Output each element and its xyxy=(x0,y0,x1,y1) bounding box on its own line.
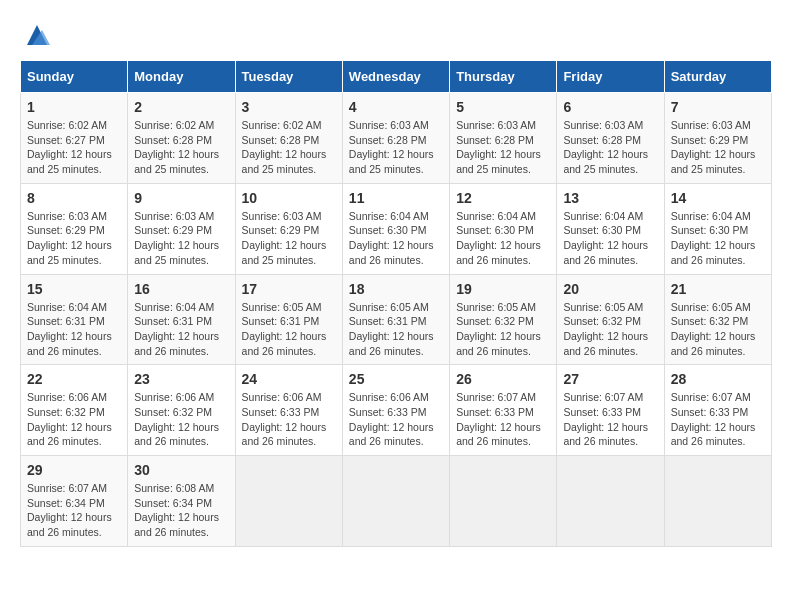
day-info: Sunrise: 6:03 AMSunset: 6:28 PMDaylight:… xyxy=(456,118,550,177)
day-info: Sunrise: 6:04 AMSunset: 6:30 PMDaylight:… xyxy=(456,209,550,268)
calendar-cell: 9Sunrise: 6:03 AMSunset: 6:29 PMDaylight… xyxy=(128,183,235,274)
day-info: Sunrise: 6:07 AMSunset: 6:33 PMDaylight:… xyxy=(671,390,765,449)
day-info: Sunrise: 6:05 AMSunset: 6:32 PMDaylight:… xyxy=(563,300,657,359)
day-info: Sunrise: 6:05 AMSunset: 6:31 PMDaylight:… xyxy=(242,300,336,359)
day-info: Sunrise: 6:05 AMSunset: 6:32 PMDaylight:… xyxy=(671,300,765,359)
calendar-cell xyxy=(450,456,557,547)
day-info: Sunrise: 6:06 AMSunset: 6:32 PMDaylight:… xyxy=(27,390,121,449)
day-number: 30 xyxy=(134,462,228,478)
day-info: Sunrise: 6:07 AMSunset: 6:34 PMDaylight:… xyxy=(27,481,121,540)
calendar-cell: 2Sunrise: 6:02 AMSunset: 6:28 PMDaylight… xyxy=(128,93,235,184)
calendar-cell: 13Sunrise: 6:04 AMSunset: 6:30 PMDayligh… xyxy=(557,183,664,274)
day-number: 13 xyxy=(563,190,657,206)
day-number: 1 xyxy=(27,99,121,115)
calendar-week-1: 1Sunrise: 6:02 AMSunset: 6:27 PMDaylight… xyxy=(21,93,772,184)
header-saturday: Saturday xyxy=(664,61,771,93)
calendar-week-2: 8Sunrise: 6:03 AMSunset: 6:29 PMDaylight… xyxy=(21,183,772,274)
day-info: Sunrise: 6:04 AMSunset: 6:31 PMDaylight:… xyxy=(27,300,121,359)
day-number: 4 xyxy=(349,99,443,115)
day-info: Sunrise: 6:03 AMSunset: 6:28 PMDaylight:… xyxy=(563,118,657,177)
calendar-cell: 19Sunrise: 6:05 AMSunset: 6:32 PMDayligh… xyxy=(450,274,557,365)
day-info: Sunrise: 6:03 AMSunset: 6:29 PMDaylight:… xyxy=(242,209,336,268)
page-header xyxy=(20,20,772,50)
logo-icon xyxy=(22,20,52,50)
day-info: Sunrise: 6:02 AMSunset: 6:27 PMDaylight:… xyxy=(27,118,121,177)
calendar-cell: 4Sunrise: 6:03 AMSunset: 6:28 PMDaylight… xyxy=(342,93,449,184)
day-number: 22 xyxy=(27,371,121,387)
day-info: Sunrise: 6:05 AMSunset: 6:32 PMDaylight:… xyxy=(456,300,550,359)
header-monday: Monday xyxy=(128,61,235,93)
day-info: Sunrise: 6:04 AMSunset: 6:30 PMDaylight:… xyxy=(671,209,765,268)
day-number: 16 xyxy=(134,281,228,297)
day-number: 5 xyxy=(456,99,550,115)
calendar-week-4: 22Sunrise: 6:06 AMSunset: 6:32 PMDayligh… xyxy=(21,365,772,456)
header-wednesday: Wednesday xyxy=(342,61,449,93)
day-info: Sunrise: 6:06 AMSunset: 6:32 PMDaylight:… xyxy=(134,390,228,449)
day-info: Sunrise: 6:03 AMSunset: 6:29 PMDaylight:… xyxy=(27,209,121,268)
calendar-cell: 27Sunrise: 6:07 AMSunset: 6:33 PMDayligh… xyxy=(557,365,664,456)
day-info: Sunrise: 6:03 AMSunset: 6:28 PMDaylight:… xyxy=(349,118,443,177)
day-number: 20 xyxy=(563,281,657,297)
day-number: 3 xyxy=(242,99,336,115)
calendar-cell: 16Sunrise: 6:04 AMSunset: 6:31 PMDayligh… xyxy=(128,274,235,365)
calendar-cell xyxy=(342,456,449,547)
calendar-cell: 3Sunrise: 6:02 AMSunset: 6:28 PMDaylight… xyxy=(235,93,342,184)
day-number: 2 xyxy=(134,99,228,115)
calendar-cell: 17Sunrise: 6:05 AMSunset: 6:31 PMDayligh… xyxy=(235,274,342,365)
day-number: 23 xyxy=(134,371,228,387)
day-number: 8 xyxy=(27,190,121,206)
day-info: Sunrise: 6:04 AMSunset: 6:31 PMDaylight:… xyxy=(134,300,228,359)
calendar-cell: 6Sunrise: 6:03 AMSunset: 6:28 PMDaylight… xyxy=(557,93,664,184)
day-number: 6 xyxy=(563,99,657,115)
calendar-cell: 22Sunrise: 6:06 AMSunset: 6:32 PMDayligh… xyxy=(21,365,128,456)
calendar-cell: 15Sunrise: 6:04 AMSunset: 6:31 PMDayligh… xyxy=(21,274,128,365)
day-info: Sunrise: 6:07 AMSunset: 6:33 PMDaylight:… xyxy=(563,390,657,449)
calendar-cell: 24Sunrise: 6:06 AMSunset: 6:33 PMDayligh… xyxy=(235,365,342,456)
day-info: Sunrise: 6:03 AMSunset: 6:29 PMDaylight:… xyxy=(671,118,765,177)
calendar-cell xyxy=(664,456,771,547)
day-info: Sunrise: 6:04 AMSunset: 6:30 PMDaylight:… xyxy=(563,209,657,268)
day-info: Sunrise: 6:07 AMSunset: 6:33 PMDaylight:… xyxy=(456,390,550,449)
day-number: 12 xyxy=(456,190,550,206)
day-number: 17 xyxy=(242,281,336,297)
calendar-cell: 21Sunrise: 6:05 AMSunset: 6:32 PMDayligh… xyxy=(664,274,771,365)
day-number: 21 xyxy=(671,281,765,297)
day-info: Sunrise: 6:06 AMSunset: 6:33 PMDaylight:… xyxy=(349,390,443,449)
calendar-cell: 28Sunrise: 6:07 AMSunset: 6:33 PMDayligh… xyxy=(664,365,771,456)
calendar-cell xyxy=(235,456,342,547)
calendar-cell xyxy=(557,456,664,547)
calendar-cell: 26Sunrise: 6:07 AMSunset: 6:33 PMDayligh… xyxy=(450,365,557,456)
calendar-table: SundayMondayTuesdayWednesdayThursdayFrid… xyxy=(20,60,772,547)
calendar-week-5: 29Sunrise: 6:07 AMSunset: 6:34 PMDayligh… xyxy=(21,456,772,547)
header-thursday: Thursday xyxy=(450,61,557,93)
calendar-cell: 11Sunrise: 6:04 AMSunset: 6:30 PMDayligh… xyxy=(342,183,449,274)
calendar-cell: 14Sunrise: 6:04 AMSunset: 6:30 PMDayligh… xyxy=(664,183,771,274)
day-number: 28 xyxy=(671,371,765,387)
day-number: 25 xyxy=(349,371,443,387)
calendar-cell: 18Sunrise: 6:05 AMSunset: 6:31 PMDayligh… xyxy=(342,274,449,365)
logo xyxy=(20,20,52,50)
day-number: 29 xyxy=(27,462,121,478)
day-info: Sunrise: 6:04 AMSunset: 6:30 PMDaylight:… xyxy=(349,209,443,268)
day-number: 10 xyxy=(242,190,336,206)
header-friday: Friday xyxy=(557,61,664,93)
calendar-cell: 1Sunrise: 6:02 AMSunset: 6:27 PMDaylight… xyxy=(21,93,128,184)
calendar-cell: 7Sunrise: 6:03 AMSunset: 6:29 PMDaylight… xyxy=(664,93,771,184)
day-info: Sunrise: 6:02 AMSunset: 6:28 PMDaylight:… xyxy=(134,118,228,177)
calendar-cell: 5Sunrise: 6:03 AMSunset: 6:28 PMDaylight… xyxy=(450,93,557,184)
header-sunday: Sunday xyxy=(21,61,128,93)
day-number: 18 xyxy=(349,281,443,297)
calendar-cell: 25Sunrise: 6:06 AMSunset: 6:33 PMDayligh… xyxy=(342,365,449,456)
day-number: 11 xyxy=(349,190,443,206)
day-number: 19 xyxy=(456,281,550,297)
day-number: 9 xyxy=(134,190,228,206)
day-info: Sunrise: 6:02 AMSunset: 6:28 PMDaylight:… xyxy=(242,118,336,177)
day-number: 27 xyxy=(563,371,657,387)
calendar-cell: 8Sunrise: 6:03 AMSunset: 6:29 PMDaylight… xyxy=(21,183,128,274)
calendar-cell: 10Sunrise: 6:03 AMSunset: 6:29 PMDayligh… xyxy=(235,183,342,274)
calendar-header-row: SundayMondayTuesdayWednesdayThursdayFrid… xyxy=(21,61,772,93)
day-info: Sunrise: 6:06 AMSunset: 6:33 PMDaylight:… xyxy=(242,390,336,449)
day-info: Sunrise: 6:05 AMSunset: 6:31 PMDaylight:… xyxy=(349,300,443,359)
header-tuesday: Tuesday xyxy=(235,61,342,93)
calendar-cell: 30Sunrise: 6:08 AMSunset: 6:34 PMDayligh… xyxy=(128,456,235,547)
